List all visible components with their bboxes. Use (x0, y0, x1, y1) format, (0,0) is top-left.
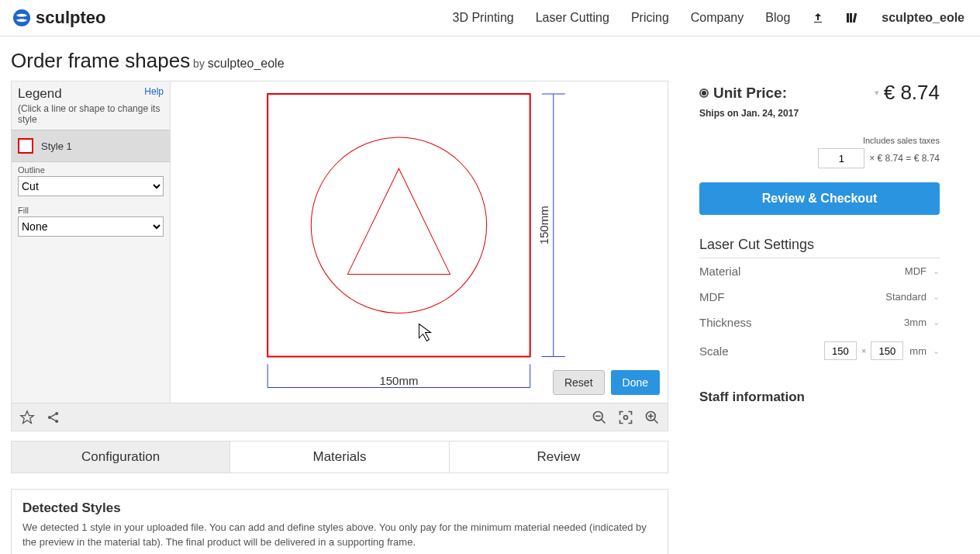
mdf-value: Standard (885, 291, 927, 303)
brand-name: sculpteo (36, 8, 105, 28)
chevron-down-icon: ⌄ (933, 266, 940, 276)
viewer-panel: Legend Help (Click a line or shape to ch… (11, 81, 668, 403)
star-icon[interactable] (19, 410, 35, 425)
upload-icon[interactable] (812, 12, 824, 24)
main-nav: 3D Printing Laser Cutting Pricing Compan… (453, 11, 964, 25)
detected-text: We detected 1 style in your uploaded fil… (22, 521, 657, 550)
style-row[interactable]: Style 1 (12, 130, 170, 162)
page-title: Order frame shapes (11, 49, 190, 72)
svg-line-24 (654, 419, 658, 423)
canvas-area[interactable]: 150mm 150mm Reset Done (171, 81, 668, 403)
svg-line-18 (51, 417, 56, 420)
style-label: Style 1 (41, 140, 72, 152)
scale-height-input[interactable] (871, 341, 903, 360)
price-value: € 8.74 (884, 81, 940, 105)
legend-title: Legend (18, 86, 62, 102)
nav-user[interactable]: sculpteo_eole (882, 11, 964, 25)
nav-company[interactable]: Company (691, 11, 744, 25)
mdf-label: MDF (699, 290, 725, 303)
zoom-in-icon[interactable] (644, 410, 660, 425)
viewer-toolbar (11, 403, 668, 431)
design-canvas: 150mm 150mm (171, 81, 668, 405)
setting-material[interactable]: Material MDF⌄ (699, 258, 940, 284)
ship-date: Ships on Jan. 24, 2017 (699, 108, 940, 119)
tax-note: Includes sales taxes (699, 136, 940, 145)
setting-scale: Scale × mm ⌄ (699, 335, 940, 366)
detected-title: Detected Styles (22, 500, 657, 516)
material-value: MDF (905, 265, 927, 277)
nav-blog[interactable]: Blog (765, 11, 790, 25)
nav-pricing[interactable]: Pricing (631, 11, 669, 25)
tab-review[interactable]: Review (450, 441, 668, 473)
material-label: Material (699, 265, 740, 278)
svg-point-0 (13, 9, 30, 26)
share-icon[interactable] (46, 410, 61, 425)
svg-text:150mm: 150mm (537, 206, 550, 244)
setting-thickness[interactable]: Thickness 3mm⌄ (699, 310, 940, 335)
svg-rect-4 (267, 94, 530, 357)
svg-rect-2 (850, 13, 852, 23)
outline-select[interactable]: Cut (18, 176, 164, 196)
nav-3d-printing[interactable]: 3D Printing (453, 11, 514, 25)
fill-label: Fill (18, 206, 164, 215)
scale-unit: mm (909, 345, 927, 357)
sculpteo-logo-icon (12, 9, 31, 27)
legend-panel: Legend Help (Click a line or shape to ch… (12, 81, 171, 403)
page-by: by (193, 57, 205, 70)
page-title-row: Order frame shapes by sculpteo_eole (0, 36, 980, 81)
zoom-out-icon[interactable] (592, 410, 607, 425)
legend-help-link[interactable]: Help (144, 86, 164, 97)
done-button[interactable]: Done (611, 370, 660, 395)
chevron-down-icon[interactable]: ▾ (875, 88, 879, 98)
svg-point-15 (55, 411, 58, 414)
scale-label: Scale (699, 345, 729, 358)
svg-line-20 (602, 419, 606, 423)
fit-screen-icon[interactable] (618, 410, 633, 425)
price-calc: × € 8.74 = € 8.74 (869, 153, 940, 164)
thickness-label: Thickness (699, 316, 752, 329)
setting-mdf[interactable]: MDF Standard⌄ (699, 284, 940, 310)
settings-title: Laser Cut Settings (699, 237, 940, 258)
fill-select[interactable]: None (18, 216, 164, 237)
tab-configuration[interactable]: Configuration (11, 441, 230, 473)
nav-laser-cutting[interactable]: Laser Cutting (536, 11, 609, 25)
outline-label: Outline (18, 165, 164, 175)
app-header: sculpteo 3D Printing Laser Cutting Prici… (0, 0, 980, 36)
svg-text:150mm: 150mm (379, 374, 418, 387)
legend-hint: (Click a line or shape to change its sty… (18, 103, 164, 125)
detected-styles-box: Detected Styles We detected 1 style in y… (11, 489, 668, 554)
page-author[interactable]: sculpteo_eole (208, 57, 285, 70)
unit-price-radio[interactable] (699, 88, 709, 98)
quantity-input[interactable] (818, 148, 864, 168)
svg-rect-3 (853, 13, 857, 23)
svg-line-17 (51, 414, 56, 416)
chevron-down-icon: ⌄ (933, 317, 940, 327)
chevron-down-icon: ⌄ (933, 292, 940, 302)
svg-point-5 (311, 137, 486, 313)
scale-width-input[interactable] (824, 341, 857, 360)
svg-point-16 (55, 419, 58, 422)
staff-info-title[interactable]: Staff information (699, 390, 940, 405)
svg-rect-1 (847, 13, 849, 23)
svg-point-14 (48, 415, 51, 418)
scale-times: × (861, 346, 866, 355)
checkout-button[interactable]: Review & Checkout (699, 182, 940, 215)
tab-materials[interactable]: Materials (230, 441, 449, 473)
svg-point-22 (624, 415, 628, 419)
price-label: Unit Price: (713, 85, 787, 102)
style-swatch (18, 138, 33, 154)
brand-logo[interactable]: sculpteo (12, 8, 105, 28)
thickness-value: 3mm (904, 317, 927, 328)
tabs: Configuration Materials Review (11, 441, 668, 473)
library-icon[interactable] (846, 12, 860, 24)
pricing-panel: Unit Price: ▾ € 8.74 Ships on Jan. 24, 2… (699, 81, 940, 405)
chevron-down-icon[interactable]: ⌄ (933, 346, 940, 356)
reset-button[interactable]: Reset (553, 370, 605, 395)
